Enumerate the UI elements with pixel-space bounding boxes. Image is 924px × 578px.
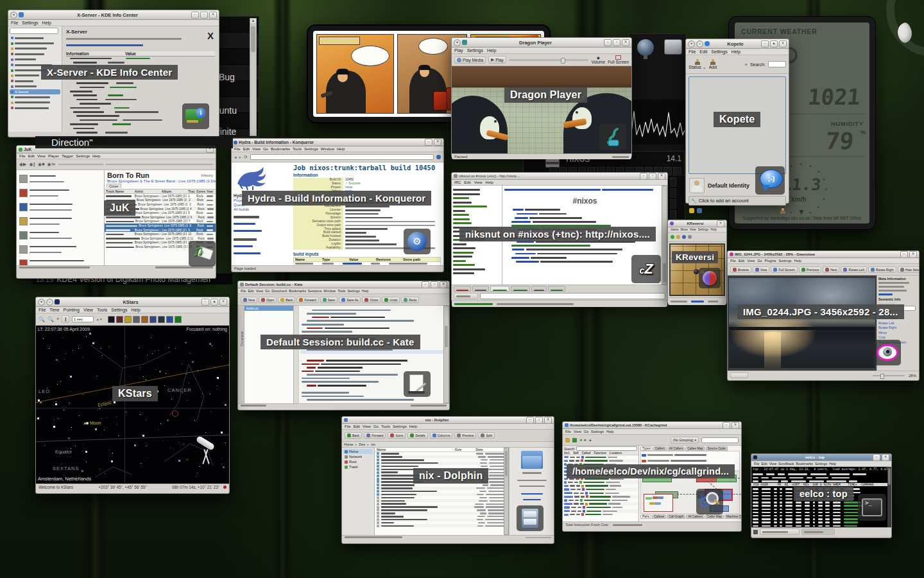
- titlebar[interactable]: ▾+KStars–▲✕: [36, 297, 229, 307]
- menu-help[interactable]: Help: [486, 180, 493, 184]
- menu-file[interactable]: File: [565, 430, 571, 434]
- menu-help[interactable]: Help: [337, 147, 345, 151]
- menu-settings[interactable]: Settings: [393, 425, 407, 428]
- toolbar-button-back[interactable]: Back: [345, 432, 362, 439]
- module-item[interactable]: [10, 84, 60, 89]
- zoom-out-icon[interactable]: 🔍: [47, 317, 54, 322]
- channel-tab[interactable]: [531, 286, 547, 292]
- open-icon[interactable]: [565, 438, 570, 442]
- menu-help[interactable]: Help: [732, 49, 740, 54]
- new-tab-icon[interactable]: [753, 530, 758, 534]
- toolbar-button-rotate-left[interactable]: Rotate Left: [841, 267, 866, 273]
- hint-icon[interactable]: [682, 235, 686, 239]
- titlebar[interactable]: /home/eelco/Dev/nix/cg/callgrind.out.155…: [563, 422, 741, 429]
- menu-play[interactable]: Play: [454, 48, 463, 53]
- operation-crop[interactable]: Crop: [878, 335, 918, 339]
- minimize-button[interactable]: –: [900, 251, 908, 258]
- maximize-button[interactable]: ▫: [613, 39, 620, 46]
- maximize-button[interactable]: ▲: [210, 299, 218, 306]
- tab-callees[interactable]: Callees: [652, 514, 666, 519]
- column-header[interactable]: Information: [66, 51, 125, 56]
- track-column-genre[interactable]: Genre: [196, 189, 205, 193]
- titlebar[interactable]: ▾+Kopete–▲✕: [686, 39, 789, 49]
- playlist-item[interactable]: [18, 186, 103, 200]
- minimize-button[interactable]: –: [191, 12, 199, 19]
- toolbar-button-undo[interactable]: Undo: [382, 297, 400, 303]
- sky-toggle-button[interactable]: [150, 316, 157, 323]
- track-slider[interactable]: [58, 164, 103, 165]
- forward-icon[interactable]: ▸: [585, 437, 587, 442]
- track-row[interactable]: Bruce Springsteen & The E Street BandLiv…: [105, 228, 216, 232]
- menu-file[interactable]: File: [345, 425, 351, 428]
- channel-tab[interactable]: [490, 286, 509, 292]
- toolbar-button-browse[interactable]: Browse: [730, 267, 751, 273]
- minimize-button[interactable]: –: [723, 422, 730, 429]
- message-input[interactable]: [480, 293, 665, 299]
- menu-file[interactable]: File: [19, 154, 26, 158]
- menu-help[interactable]: Help: [132, 308, 141, 312]
- toolbar-button-split[interactable]: Split: [478, 432, 495, 439]
- toolbar-button-save[interactable]: Save: [320, 297, 338, 303]
- next-icon[interactable]: ◉≫: [47, 162, 55, 167]
- contact-search-input[interactable]: [768, 61, 786, 67]
- toolbar-button-rotate-right[interactable]: Rotate Right: [868, 267, 896, 273]
- track-row[interactable]: Bruce Springsteen & The E Street BandLiv…: [105, 223, 216, 228]
- menu-settings[interactable]: Settings: [304, 147, 318, 151]
- pause-icon[interactable]: ◉∥: [30, 162, 36, 167]
- channel-tab[interactable]: [472, 286, 490, 292]
- back-icon[interactable]: ◂: [579, 437, 582, 442]
- volume-slider[interactable]: [106, 164, 213, 165]
- window-menu-icon[interactable]: ▾: [454, 39, 461, 46]
- maximize-button[interactable]: ▫: [431, 281, 438, 288]
- close-button[interactable]: ✕: [440, 281, 447, 288]
- module-search-input[interactable]: [10, 28, 58, 34]
- window-menu-icon[interactable]: ▾: [38, 299, 45, 306]
- pause-clock-button[interactable]: ∥: [62, 315, 69, 323]
- menu-pointing[interactable]: Pointing: [64, 308, 80, 312]
- volume-button[interactable]: ◉Volume: [591, 55, 605, 64]
- menu-tools[interactable]: Tools: [338, 289, 345, 293]
- thumbnail-bar-button[interactable]: [730, 372, 748, 378]
- menu-settings[interactable]: Settings: [591, 430, 604, 434]
- sysmonitor-window[interactable]: [629, 33, 687, 157]
- channel-tab[interactable]: [511, 286, 530, 292]
- titlebar[interactable]: ▾X-Server - KDE Info Center–▫✕: [8, 10, 219, 20]
- flat-column-incl[interactable]: Incl.: [564, 451, 570, 455]
- flag-icon[interactable]: [697, 208, 702, 213]
- track-column-artist[interactable]: Artist: [135, 189, 160, 193]
- menu-sessions[interactable]: Sessions: [308, 289, 322, 293]
- toolbar-button-columns[interactable]: Columns: [430, 432, 453, 439]
- menu-edit[interactable]: Edit: [248, 289, 254, 293]
- nick-button[interactable]: [454, 293, 478, 299]
- close-button[interactable]: ✕: [658, 173, 665, 180]
- track-column-year[interactable]: Year: [207, 189, 214, 193]
- menu-help[interactable]: Help: [487, 48, 496, 53]
- close-button[interactable]: ✕: [732, 422, 739, 429]
- titlebar[interactable]: eelco : top–✕: [751, 454, 891, 461]
- menu-edit[interactable]: Edit: [739, 259, 744, 263]
- menu-help[interactable]: Help: [710, 228, 716, 231]
- function-search-input[interactable]: [701, 437, 739, 443]
- function-row[interactable]: [563, 513, 638, 517]
- menu-settings[interactable]: Settings: [815, 462, 827, 466]
- hidden-window-scrollbar[interactable]: ▲: [250, 18, 257, 136]
- undo-icon[interactable]: [676, 235, 680, 239]
- demo-icon[interactable]: [688, 235, 692, 239]
- menu-go[interactable]: Go: [757, 259, 762, 263]
- toolbar-button-icons[interactable]: Icons: [388, 432, 406, 439]
- tab-all-callees[interactable]: All Callees: [686, 514, 705, 519]
- forward-icon[interactable]: ▸: [239, 155, 242, 160]
- menu-help[interactable]: Help: [829, 462, 836, 466]
- close-button[interactable]: ✕: [909, 251, 917, 258]
- sky-map[interactable]: LT: 22:07:36 05 April 2009 Focused on: n…: [36, 326, 229, 484]
- crumb-dev[interactable]: Dev: [359, 442, 365, 446]
- playlist-item[interactable]: [18, 256, 103, 265]
- menu-view[interactable]: View: [574, 430, 581, 434]
- avatar[interactable]: [689, 178, 705, 193]
- menu-go[interactable]: Go: [265, 289, 270, 293]
- playlist-item[interactable]: [18, 214, 103, 228]
- module-item[interactable]: [10, 51, 60, 57]
- close-button[interactable]: ✕: [717, 220, 724, 227]
- playlist-item[interactable]: [18, 200, 103, 214]
- menu-scrollback[interactable]: Scrollback: [778, 462, 794, 466]
